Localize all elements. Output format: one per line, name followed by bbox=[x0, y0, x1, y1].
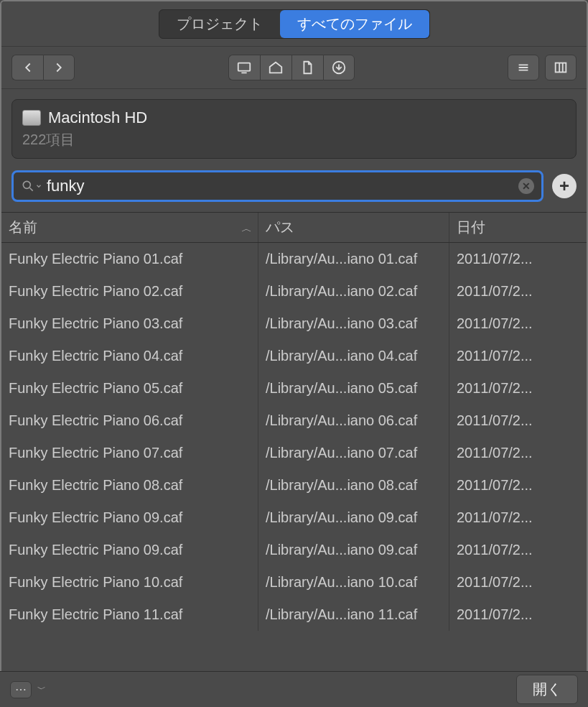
cell-date: 2011/07/2... bbox=[449, 405, 587, 437]
table-row[interactable]: Funky Electric Piano 06.caf/Library/Au..… bbox=[1, 405, 587, 437]
cell-date: 2011/07/2... bbox=[449, 469, 587, 502]
cell-date: 2011/07/2... bbox=[449, 340, 587, 372]
list-icon bbox=[515, 60, 531, 75]
svg-rect-0 bbox=[238, 63, 251, 71]
home-button[interactable] bbox=[260, 55, 291, 80]
cell-name: Funky Electric Piano 01.caf bbox=[1, 243, 258, 275]
cell-path: /Library/Au...iano 04.caf bbox=[258, 340, 449, 372]
table-row[interactable]: Funky Electric Piano 07.caf/Library/Au..… bbox=[1, 437, 587, 469]
cell-path: /Library/Au...iano 05.caf bbox=[258, 372, 449, 405]
home-icon bbox=[268, 60, 284, 75]
cell-name: Funky Electric Piano 02.caf bbox=[1, 275, 258, 308]
list-view-button[interactable] bbox=[508, 55, 539, 80]
cell-date: 2011/07/2... bbox=[449, 372, 587, 405]
table-row[interactable]: Funky Electric Piano 09.caf/Library/Au..… bbox=[1, 502, 587, 534]
chevron-right-icon bbox=[51, 60, 67, 75]
table-row[interactable]: Funky Electric Piano 02.caf/Library/Au..… bbox=[1, 275, 587, 308]
document-button[interactable] bbox=[291, 55, 323, 80]
location-item-count: 222項目 bbox=[22, 130, 566, 149]
column-header-path[interactable]: パス bbox=[258, 213, 449, 242]
cell-date: 2011/07/2... bbox=[449, 599, 587, 631]
document-icon bbox=[299, 60, 315, 75]
table-row[interactable]: Funky Electric Piano 10.caf/Library/Au..… bbox=[1, 566, 587, 599]
open-button[interactable]: 開く bbox=[516, 675, 578, 704]
cell-name: Funky Electric Piano 11.caf bbox=[1, 599, 258, 631]
toolbar bbox=[1, 46, 587, 89]
cell-name: Funky Electric Piano 09.caf bbox=[1, 502, 258, 534]
search-icon bbox=[21, 179, 42, 193]
column-name-label: 名前 bbox=[9, 218, 37, 237]
cell-path: /Library/Au...iano 06.caf bbox=[258, 405, 449, 437]
search-box: ✕ bbox=[11, 170, 543, 202]
cell-date: 2011/07/2... bbox=[449, 534, 587, 566]
table-row[interactable]: Funky Electric Piano 09.caf/Library/Au..… bbox=[1, 534, 587, 566]
file-table: 名前 〈 パス 日付 Funky Electric Piano 01.caf/L… bbox=[1, 212, 587, 631]
table-row[interactable]: Funky Electric Piano 03.caf/Library/Au..… bbox=[1, 308, 587, 340]
chevron-down-icon[interactable]: ﹀ bbox=[37, 683, 46, 696]
svg-line-10 bbox=[30, 188, 33, 191]
table-header: 名前 〈 パス 日付 bbox=[1, 213, 587, 243]
cell-path: /Library/Au...iano 10.caf bbox=[258, 566, 449, 599]
cell-path: /Library/Au...iano 07.caf bbox=[258, 437, 449, 469]
computer-button[interactable] bbox=[228, 55, 260, 80]
cell-name: Funky Electric Piano 08.caf bbox=[1, 469, 258, 502]
cell-date: 2011/07/2... bbox=[449, 308, 587, 340]
download-button[interactable] bbox=[323, 55, 355, 80]
tab-project[interactable]: プロジェクト bbox=[159, 10, 280, 38]
table-row[interactable]: Funky Electric Piano 01.caf/Library/Au..… bbox=[1, 243, 587, 275]
cell-name: Funky Electric Piano 06.caf bbox=[1, 405, 258, 437]
cell-name: Funky Electric Piano 04.caf bbox=[1, 340, 258, 372]
cell-name: Funky Electric Piano 05.caf bbox=[1, 372, 258, 405]
column-header-date[interactable]: 日付 bbox=[449, 213, 587, 242]
cell-name: Funky Electric Piano 10.caf bbox=[1, 566, 258, 599]
drive-icon bbox=[22, 110, 41, 126]
cell-path: /Library/Au...iano 11.caf bbox=[258, 599, 449, 631]
more-options-button[interactable]: ⋯ bbox=[10, 681, 32, 698]
back-button[interactable] bbox=[11, 55, 43, 80]
cell-path: /Library/Au...iano 01.caf bbox=[258, 243, 449, 275]
footer: ⋯ ﹀ 開く bbox=[0, 671, 588, 707]
svg-rect-6 bbox=[556, 63, 566, 73]
cell-date: 2011/07/2... bbox=[449, 243, 587, 275]
tab-all-files[interactable]: すべてのファイル bbox=[280, 10, 429, 38]
table-row[interactable]: Funky Electric Piano 08.caf/Library/Au..… bbox=[1, 469, 587, 502]
cell-name: Funky Electric Piano 03.caf bbox=[1, 308, 258, 340]
location-panel: Macintosh HD 222項目 bbox=[11, 99, 577, 159]
chevron-left-icon bbox=[20, 60, 36, 75]
table-row[interactable]: Funky Electric Piano 05.caf/Library/Au..… bbox=[1, 372, 587, 405]
location-title: Macintosh HD bbox=[48, 108, 147, 127]
cell-path: /Library/Au...iano 03.caf bbox=[258, 308, 449, 340]
table-row[interactable]: Funky Electric Piano 04.caf/Library/Au..… bbox=[1, 340, 587, 372]
cell-date: 2011/07/2... bbox=[449, 275, 587, 308]
cell-path: /Library/Au...iano 09.caf bbox=[258, 502, 449, 534]
tabs-top: プロジェクト すべてのファイル bbox=[1, 1, 587, 46]
svg-point-9 bbox=[23, 181, 30, 188]
columns-icon bbox=[553, 60, 569, 75]
cell-date: 2011/07/2... bbox=[449, 437, 587, 469]
column-header-name[interactable]: 名前 〈 bbox=[1, 213, 258, 242]
display-icon bbox=[236, 60, 252, 75]
clear-search-button[interactable]: ✕ bbox=[518, 178, 534, 194]
table-row[interactable]: Funky Electric Piano 11.caf/Library/Au..… bbox=[1, 599, 587, 631]
forward-button[interactable] bbox=[43, 55, 75, 80]
add-button[interactable]: + bbox=[552, 174, 577, 198]
search-input[interactable] bbox=[47, 177, 518, 195]
download-icon bbox=[331, 60, 347, 75]
columns-view-button[interactable] bbox=[545, 55, 577, 80]
search-row: ✕ + bbox=[1, 166, 587, 212]
cell-date: 2011/07/2... bbox=[449, 502, 587, 534]
cell-date: 2011/07/2... bbox=[449, 566, 587, 599]
cell-path: /Library/Au...iano 02.caf bbox=[258, 275, 449, 308]
cell-path: /Library/Au...iano 08.caf bbox=[258, 469, 449, 502]
sort-chevron-icon: 〈 bbox=[239, 223, 252, 233]
cell-name: Funky Electric Piano 09.caf bbox=[1, 534, 258, 566]
tab-group: プロジェクト すべてのファイル bbox=[159, 9, 430, 39]
cell-name: Funky Electric Piano 07.caf bbox=[1, 437, 258, 469]
cell-path: /Library/Au...iano 09.caf bbox=[258, 534, 449, 566]
